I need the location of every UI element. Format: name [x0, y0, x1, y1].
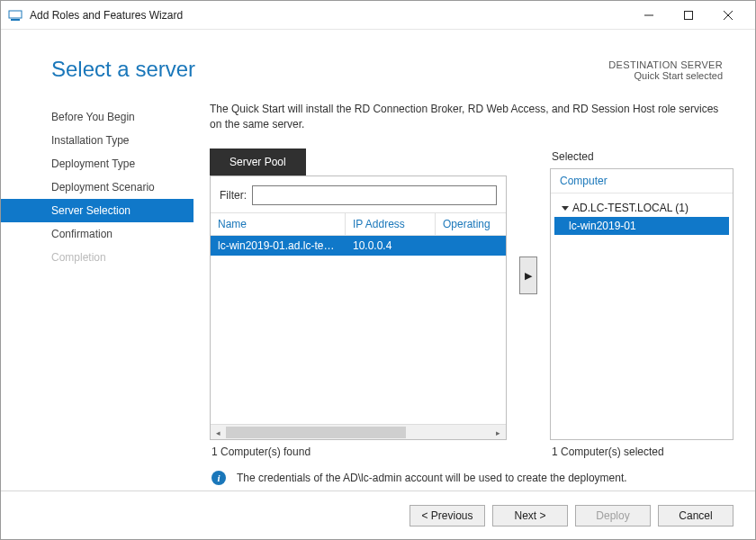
- sidebar-item-before-you-begin[interactable]: Before You Begin: [1, 105, 194, 129]
- grid-header: Name IP Address Operating: [211, 212, 506, 236]
- sidebar-item-installation-type[interactable]: Installation Type: [1, 129, 194, 152]
- transfer-column: ▶: [518, 148, 539, 464]
- app-icon: [8, 8, 22, 22]
- info-text: The credentials of the AD\lc-admin accou…: [237, 472, 627, 484]
- sidebar-item-deployment-scenario[interactable]: Deployment Scenario: [1, 176, 194, 199]
- previous-button[interactable]: < Previous: [410, 505, 485, 526]
- footer: < Previous Next > Deploy Cancel: [1, 490, 755, 539]
- titlebar: Add Roles and Features Wizard: [1, 1, 755, 30]
- tab-server-pool[interactable]: Server Pool: [210, 148, 306, 176]
- chevron-right-icon: ▶: [525, 270, 532, 282]
- minimize-button[interactable]: [629, 2, 669, 29]
- destination-value: Quick Start selected: [608, 70, 723, 81]
- cell-ip: 10.0.0.4: [346, 236, 436, 256]
- tab-strip: Server Pool: [210, 148, 507, 176]
- horizontal-scrollbar[interactable]: ◂ ▸: [211, 424, 506, 439]
- cell-name: lc-win2019-01.ad.lc-test....: [211, 236, 346, 256]
- sidebar: Before You Begin Installation Type Deplo…: [1, 102, 194, 490]
- svg-rect-0: [9, 11, 22, 18]
- window-controls: [629, 2, 748, 29]
- filter-row: Filter:: [211, 176, 506, 212]
- column-name[interactable]: Name: [211, 213, 346, 235]
- table-row[interactable]: lc-win2019-01.ad.lc-test.... 10.0.0.4: [211, 236, 506, 256]
- next-button[interactable]: Next >: [492, 505, 568, 526]
- page-title: Select a server: [51, 57, 195, 82]
- scroll-right-icon[interactable]: ▸: [490, 425, 506, 440]
- computers-selected-text: 1 Computer(s) selected: [550, 440, 734, 464]
- scroll-left-icon[interactable]: ◂: [211, 425, 226, 440]
- caret-down-icon: [562, 206, 569, 211]
- deploy-button: Deploy: [575, 505, 651, 526]
- wizard-window: Add Roles and Features Wizard Select a s…: [0, 0, 756, 540]
- svg-rect-3: [685, 11, 693, 19]
- sidebar-item-server-selection[interactable]: Server Selection: [1, 199, 194, 222]
- server-pool-box: Filter: Name IP Address Operating lc-win…: [210, 176, 507, 440]
- maximize-button[interactable]: [669, 2, 708, 29]
- tree-domain-node[interactable]: AD.LC-TEST.LOCAL (1): [554, 199, 729, 217]
- grid-body: lc-win2019-01.ad.lc-test.... 10.0.0.4: [211, 236, 506, 424]
- header: Select a server DESTINATION SERVER Quick…: [1, 30, 755, 93]
- window-title: Add Roles and Features Wizard: [30, 9, 629, 22]
- computers-found-text: 1 Computer(s) found: [210, 440, 507, 464]
- selected-tree: AD.LC-TEST.LOCAL (1) lc-win2019-01: [551, 194, 733, 439]
- sidebar-item-completion: Completion: [1, 246, 194, 269]
- destination-server: DESTINATION SERVER Quick Start selected: [608, 57, 723, 82]
- svg-rect-1: [11, 19, 20, 21]
- info-icon: i: [212, 471, 226, 485]
- content: Before You Begin Installation Type Deplo…: [1, 93, 755, 490]
- tree-server-node[interactable]: lc-win2019-01: [554, 217, 729, 235]
- cell-os: [436, 236, 506, 256]
- server-pool-panel: Server Pool Filter: Name IP Address Oper…: [210, 148, 507, 464]
- destination-label: DESTINATION SERVER: [608, 59, 723, 70]
- column-ip-address[interactable]: IP Address: [346, 213, 436, 235]
- column-operating-system[interactable]: Operating: [436, 213, 506, 235]
- filter-label: Filter:: [220, 189, 247, 202]
- selected-label: Selected: [550, 148, 734, 168]
- selected-header[interactable]: Computer: [551, 169, 733, 194]
- panels: Server Pool Filter: Name IP Address Oper…: [210, 148, 734, 464]
- sidebar-item-deployment-type[interactable]: Deployment Type: [1, 152, 194, 176]
- intro-text: The Quick Start will install the RD Conn…: [210, 102, 734, 132]
- info-row: i The credentials of the AD\lc-admin acc…: [210, 464, 734, 490]
- selected-box: Computer AD.LC-TEST.LOCAL (1) lc-win2019…: [550, 168, 734, 440]
- sidebar-item-confirmation[interactable]: Confirmation: [1, 222, 194, 246]
- tree-parent-label: AD.LC-TEST.LOCAL (1): [572, 202, 688, 214]
- close-button[interactable]: [708, 2, 748, 29]
- cancel-button[interactable]: Cancel: [658, 505, 734, 526]
- selected-panel: Selected Computer AD.LC-TEST.LOCAL (1) l…: [550, 148, 734, 464]
- main: The Quick Start will install the RD Conn…: [194, 102, 755, 490]
- filter-input[interactable]: [252, 185, 497, 205]
- add-to-selected-button[interactable]: ▶: [519, 256, 537, 294]
- scroll-thumb[interactable]: [226, 427, 406, 438]
